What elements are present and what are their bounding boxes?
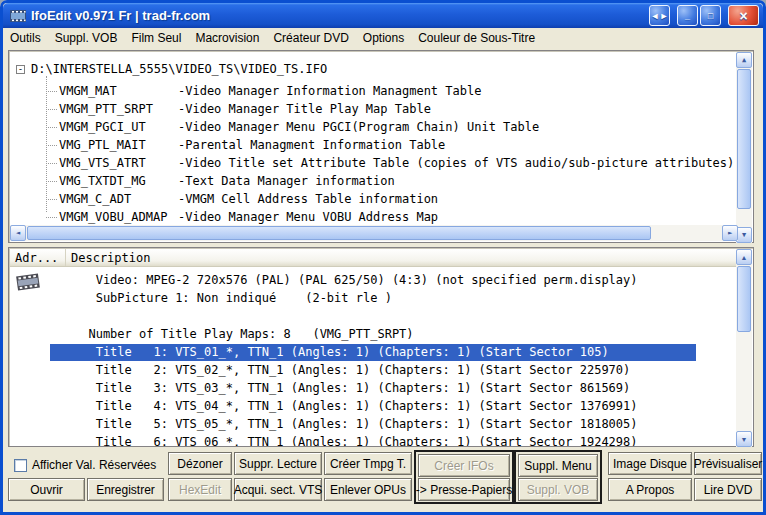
column-header-description[interactable]: Description (66, 249, 738, 266)
creer-tmpg-button[interactable]: Créer Tmpg T. (324, 452, 412, 475)
menu-couleur-sous-titre[interactable]: Couleur de Sous-Titre (411, 29, 542, 47)
tree-item-vmgm-mat[interactable]: VMGM_MAT-Video Manager Information Manag… (10, 82, 738, 100)
list-row-subpicture[interactable]: SubPicture 1: Non indiqué (2-bit rle ) (10, 290, 738, 308)
ouvrir-button[interactable]: Ouvrir (8, 478, 85, 501)
tree-horizontal-scrollbar[interactable]: ◄ ► (10, 225, 738, 241)
enlever-opus-button[interactable]: Enlever OPUs (324, 478, 412, 501)
scroll-up-button[interactable]: ▲ (736, 52, 752, 68)
list-row-text: Number of Title Play Maps: 8 (VMG_PTT_SR… (74, 327, 414, 341)
list-row-title-3[interactable]: Title 3: VTS_03_*, TTN_1 (Angles: 1) (Ch… (10, 380, 738, 398)
ifo-clipboard-group: Créer IFOs -> Presse-Papiers (414, 450, 514, 504)
scroll-left-button[interactable]: ◄ (10, 225, 26, 241)
video-film-icon (15, 269, 41, 295)
presse-papiers-button[interactable]: -> Presse-Papiers (418, 478, 510, 501)
minimize-button[interactable]: _ (677, 5, 698, 26)
tree-item-vmgm-vobu-admap[interactable]: VMGM_VOBU_ADMAP-Video Manager Menu VOBU … (10, 208, 738, 226)
list-row-text: Title 5: VTS_05_*, TTN_1 (Angles: 1) (Ch… (74, 417, 638, 431)
list-vertical-scrollbar[interactable]: ▲ ▼ (736, 249, 752, 447)
image-disque-button[interactable]: Image Disque (608, 452, 692, 475)
maximize-button[interactable]: □ (700, 5, 721, 26)
tree-item-vmgm-ptt-srpt[interactable]: VMGM_PTT_SRPT-Video Manager Title Play M… (10, 100, 738, 118)
a-propos-button[interactable]: A Propos (608, 478, 692, 501)
tree-content: - D:\INTERSTELLA_5555\VIDEO_TS\VIDEO_TS.… (10, 52, 738, 227)
tree-item-desc: -Video Manager Menu PGCI(Program Chain) … (178, 120, 539, 134)
window-title: IfoEdit v0.971 Fr | trad-fr.com (31, 8, 649, 23)
minimize-icon: _ (685, 11, 690, 21)
window-controls: ◄► _ □ × (649, 5, 759, 26)
window-shade-button[interactable]: ◄► (649, 5, 670, 26)
menu-bar: Outils Suppl. VOB Film Seul Macrovision … (3, 28, 763, 48)
list-row-title-5[interactable]: Title 5: VTS_05_*, TTN_1 (Angles: 1) (Ch… (10, 416, 738, 434)
tree-vscroll-thumb[interactable] (737, 69, 751, 209)
tree-item-vmg-ptl-mait[interactable]: VMG_PTL_MAIT-Parental Managment Informat… (10, 136, 738, 154)
afficher-val-reservees-checkbox[interactable] (14, 459, 27, 472)
list-row-title-4[interactable]: Title 4: VTS_04_*, TTN_1 (Angles: 1) (Ch… (10, 398, 738, 416)
list-body: Video: MPEG-2 720x576 (PAL) (PAL 625/50)… (10, 267, 738, 446)
list-row-video[interactable]: Video: MPEG-2 720x576 (PAL) (PAL 625/50)… (10, 272, 738, 290)
tree-item-vmg-vts-atrt[interactable]: VMG_VTS_ATRT-Video Title set Attribute T… (10, 154, 738, 172)
menu-film-seul[interactable]: Film Seul (124, 29, 188, 47)
scroll-down-button[interactable]: ▼ (736, 227, 752, 243)
reserved-values-checkbox-row: Afficher Val. Réservées (14, 455, 156, 475)
list-row-text: Title 6: VTS_06_*, TTN_1 (Angles: 1) (Ch… (74, 435, 638, 446)
suppl-group: Suppl. Menu Suppl. VOB (514, 450, 602, 504)
previsualiser-button[interactable]: Prévisualiser (694, 452, 762, 475)
suppl-menu-button[interactable]: Suppl. Menu (518, 454, 598, 477)
menu-outils[interactable]: Outils (3, 29, 48, 47)
scroll-left-icon: ◄ (16, 229, 20, 237)
tree-hscroll-thumb[interactable] (27, 226, 651, 240)
scroll-up-button[interactable]: ▲ (736, 249, 752, 265)
maximize-icon: □ (708, 11, 713, 21)
app-icon (9, 8, 27, 24)
creer-ifos-button[interactable]: Créer IFOs (418, 454, 510, 477)
title-bar[interactable]: IfoEdit v0.971 Fr | trad-fr.com ◄► _ □ × (3, 3, 763, 28)
tree-item-name: VMG_TXTDT_MG (59, 172, 178, 190)
suppl-vob-button[interactable]: Suppl. VOB (518, 478, 598, 501)
list-vscroll-thumb[interactable] (737, 266, 751, 332)
scroll-down-button[interactable]: ▼ (736, 431, 752, 447)
tree-item-name: VMGM_MAT (59, 82, 178, 100)
tree-item-name: VMGM_PTT_SRPT (59, 100, 178, 118)
list-row-text: Title 1: VTS_01_*, TTN_1 (Angles: 1) (Ch… (74, 345, 609, 359)
tree-item-vmgm-pgci-ut[interactable]: VMGM_PGCI_UT-Video Manager Menu PGCI(Pro… (10, 118, 738, 136)
hexedit-button[interactable]: HexEdit (168, 478, 232, 501)
scroll-right-button[interactable]: ► (722, 225, 738, 241)
scroll-up-icon: ▲ (742, 56, 746, 64)
tree-collapse-icon[interactable]: - (16, 65, 25, 74)
list-row-text: Title 4: VTS_04_*, TTN_1 (Angles: 1) (Ch… (74, 399, 638, 413)
tree-item-vmgm-c-adt[interactable]: VMGM_C_ADT-VMGM Cell Address Table infor… (10, 190, 738, 208)
tree-root-label: D:\INTERSTELLA_5555\VIDEO_TS\VIDEO_TS.IF… (31, 62, 327, 76)
list-row-blank[interactable] (10, 308, 738, 326)
ifoedit-window: IfoEdit v0.971 Fr | trad-fr.com ◄► _ □ ×… (0, 0, 766, 515)
list-header: Adr... Description (10, 249, 738, 267)
close-icon: × (739, 9, 747, 23)
acqui-sect-vts-button[interactable]: Acqui. sect. VTS (234, 478, 322, 501)
menu-suppl-vob[interactable]: Suppl. VOB (48, 29, 125, 47)
suppr-lecture-button[interactable]: Suppr. Lecture (234, 452, 322, 475)
scroll-up-icon: ▲ (741, 254, 748, 261)
tree-item-desc: -Parental Managment Information Table (178, 138, 445, 152)
shade-arrows-icon: ◄► (651, 11, 669, 21)
list-row-text: SubPicture 1: Non indiqué (2-bit rle ) (74, 291, 392, 305)
close-button[interactable]: × (728, 5, 759, 26)
menu-createur-dvd[interactable]: Créateur DVD (266, 29, 355, 47)
list-row-title-6[interactable]: Title 6: VTS_06_*, TTN_1 (Angles: 1) (Ch… (10, 434, 738, 446)
tree-item-name: VMGM_PGCI_UT (59, 118, 178, 136)
tree-root[interactable]: - D:\INTERSTELLA_5555\VIDEO_TS\VIDEO_TS.… (16, 60, 327, 78)
list-row-text: Video: MPEG-2 720x576 (PAL) (PAL 625/50)… (74, 273, 638, 287)
menu-options[interactable]: Options (356, 29, 411, 47)
lire-dvd-button[interactable]: Lire DVD (694, 478, 762, 501)
list-row-play-maps[interactable]: Number of Title Play Maps: 8 (VMG_PTT_SR… (10, 326, 738, 344)
dezoner-button[interactable]: Dézoner (168, 452, 232, 475)
tree-vertical-scrollbar[interactable]: ▲ ▼ (736, 52, 752, 243)
list-row-text: Title 2: VTS_02_*, TTN_1 (Angles: 1) (Ch… (74, 363, 630, 377)
column-header-adr[interactable]: Adr... (10, 249, 66, 266)
tree-item-desc: -VMGM Cell Address Table information (178, 192, 438, 206)
tree-item-vmg-txtdt-mg[interactable]: VMG_TXTDT_MG-Text Data Manager informati… (10, 172, 738, 190)
list-row-title-2[interactable]: Title 2: VTS_02_*, TTN_1 (Angles: 1) (Ch… (10, 362, 738, 380)
tree-item-name: VMG_VTS_ATRT (59, 154, 178, 172)
scroll-down-icon: ▼ (742, 231, 746, 239)
menu-macrovision[interactable]: Macrovision (188, 29, 266, 47)
list-row-title-1[interactable]: Title 1: VTS_01_*, TTN_1 (Angles: 1) (Ch… (10, 344, 738, 362)
enregistrer-button[interactable]: Enregistrer (87, 478, 164, 501)
